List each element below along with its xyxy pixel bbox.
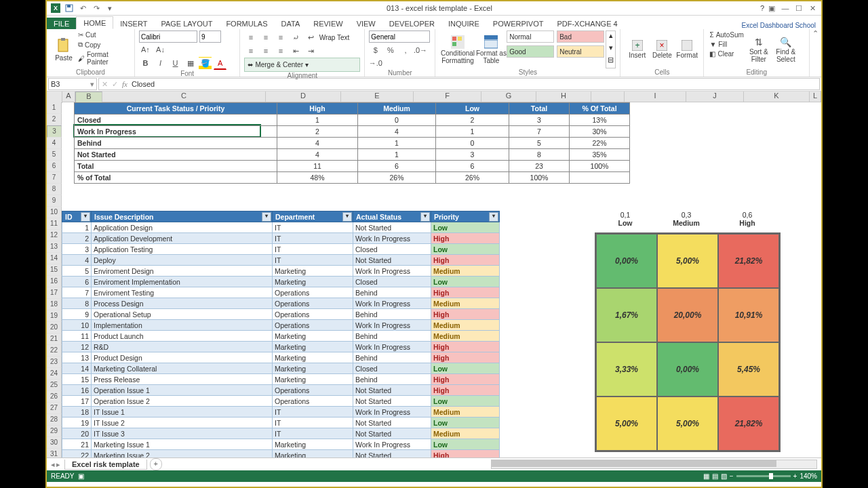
close-icon[interactable]: ✕	[806, 2, 818, 14]
collapse-ribbon-icon[interactable]: ⌃	[810, 29, 821, 38]
row-header-11[interactable]: 11	[47, 218, 62, 230]
filter-dropdown-icon[interactable]: ▾	[342, 212, 352, 222]
table-row[interactable]: 8Process DesignOperationsWork In Progres…	[62, 298, 500, 309]
worksheet-grid[interactable]: ABCDEFGHIJKL 123456789101112131415161718…	[47, 92, 821, 458]
style-normal[interactable]: Normal	[507, 30, 554, 43]
table-row[interactable]: 19IT Issue 2ITNot StartedLow	[62, 418, 500, 428]
row-header-7[interactable]: 7	[47, 172, 62, 184]
fx-icon[interactable]: fx	[122, 80, 127, 88]
tab-file[interactable]: FILE	[47, 18, 76, 29]
col-header-C[interactable]: C	[102, 92, 266, 102]
row-header-23[interactable]: 23	[47, 357, 62, 368]
align-left-icon[interactable]: ≡	[244, 45, 257, 58]
view-layout-icon[interactable]: ▤	[712, 472, 718, 480]
indent-dec-icon[interactable]: ⇤	[290, 45, 302, 58]
cancel-formula-icon[interactable]: ✕	[102, 80, 108, 89]
qat-customize-icon[interactable]: ▾	[104, 2, 116, 14]
filter-dropdown-icon[interactable]: ▾	[81, 212, 90, 222]
minimize-icon[interactable]: —	[779, 2, 791, 14]
maximize-icon[interactable]: ☐	[793, 2, 805, 14]
save-icon[interactable]	[63, 2, 75, 14]
dec-decimal-icon[interactable]: →.0	[369, 56, 382, 69]
macro-record-icon[interactable]: ▣	[78, 472, 84, 480]
tab-developer[interactable]: DEVELOPER	[382, 18, 441, 29]
table-row[interactable]: 1Application DesignITNot StartedLow	[62, 222, 500, 233]
select-all-corner[interactable]	[47, 92, 62, 103]
filter-dropdown-icon[interactable]: ▾	[489, 212, 498, 222]
underline-icon[interactable]: U	[169, 56, 182, 69]
align-bottom-icon[interactable]: ≡	[275, 30, 288, 43]
table-row[interactable]: 7Enviroment TestingOperationsBehindHigh	[62, 287, 500, 298]
autosum-button[interactable]: ΣAutoSum	[708, 30, 745, 39]
row-header-13[interactable]: 13	[47, 241, 62, 253]
row-header-18[interactable]: 18	[47, 299, 62, 310]
fill-button[interactable]: ▼Fill	[708, 40, 745, 49]
table-row[interactable]: 11Product LaunchMarketingBehindMedium	[62, 331, 500, 342]
row-header-6[interactable]: 6	[47, 161, 62, 172]
row-header-28[interactable]: 28	[47, 414, 62, 426]
decrease-font-icon[interactable]: A↓	[154, 43, 167, 56]
row-header-30[interactable]: 30	[47, 437, 62, 449]
redo-icon[interactable]: ↷	[90, 2, 102, 14]
table-row[interactable]: 2Application DevelopmentITWork In Progre…	[62, 233, 500, 244]
ribbon-options-icon[interactable]: ▣	[766, 2, 778, 14]
tab-inquire[interactable]: INQUIRE	[441, 18, 486, 29]
align-middle-icon[interactable]: ≡	[259, 30, 272, 43]
row-header-14[interactable]: 14	[47, 253, 62, 264]
col-header-L[interactable]: L	[810, 92, 821, 102]
name-box[interactable]: B3▾	[48, 78, 97, 90]
row-header-10[interactable]: 10	[47, 207, 62, 218]
cell-styles-gallery[interactable]: Normal Bad Good Neutral	[507, 30, 604, 68]
col-header-G[interactable]: G	[481, 92, 536, 102]
row-header-3[interactable]: 3	[47, 125, 62, 138]
tab-formulas[interactable]: FORMULAS	[219, 18, 274, 29]
undo-icon[interactable]: ↶	[77, 2, 89, 14]
row-header-26[interactable]: 26	[47, 391, 62, 403]
row-header-21[interactable]: 21	[47, 333, 62, 345]
delete-cells-button[interactable]: ×Delete	[650, 30, 675, 68]
row-header-5[interactable]: 5	[47, 149, 62, 161]
row-header-8[interactable]: 8	[47, 184, 62, 195]
col-header-D[interactable]: D	[266, 92, 341, 102]
inc-decimal-icon[interactable]: .0→	[414, 43, 427, 56]
row-header-16[interactable]: 16	[47, 276, 62, 287]
zoom-level[interactable]: 140%	[800, 472, 817, 480]
col-header-A[interactable]: A	[62, 92, 75, 102]
fill-color-icon[interactable]: 🪣	[199, 57, 212, 70]
row-header-27[interactable]: 27	[47, 403, 62, 414]
conditional-formatting-button[interactable]: Conditional Formatting	[439, 30, 475, 68]
col-header-blank[interactable]	[591, 92, 625, 102]
comma-icon[interactable]: ,	[399, 43, 412, 56]
accounting-icon[interactable]: $	[369, 43, 382, 56]
row-header-19[interactable]: 19	[47, 310, 62, 322]
sort-filter-button[interactable]: ⇅Sort & Filter	[745, 30, 772, 68]
tab-insert[interactable]: INSERT	[113, 18, 154, 29]
zoom-slider[interactable]	[736, 475, 791, 477]
tab-home[interactable]: HOME	[76, 16, 113, 29]
row-header-12[interactable]: 12	[47, 230, 62, 241]
gallery-more-icon[interactable]: ⊟	[606, 56, 615, 68]
table-row[interactable]: 3Application TestingITClosedLow	[62, 244, 500, 255]
tab-page-layout[interactable]: PAGE LAYOUT	[154, 18, 219, 29]
format-cells-button[interactable]: Format	[675, 30, 700, 68]
style-good[interactable]: Good	[507, 45, 554, 58]
tab-pdf-xchange-4[interactable]: PDF-XChange 4	[550, 18, 624, 29]
accept-formula-icon[interactable]: ✓	[112, 80, 118, 89]
col-header-E[interactable]: E	[341, 92, 414, 102]
row-header-9[interactable]: 9	[47, 195, 62, 207]
tab-view[interactable]: VIEW	[350, 18, 382, 29]
sheet-tab[interactable]: Excel risk template	[64, 460, 147, 470]
font-size-select[interactable]	[199, 30, 221, 43]
align-right-icon[interactable]: ≡	[275, 45, 288, 58]
style-bad[interactable]: Bad	[557, 30, 604, 43]
paste-button[interactable]: Paste	[51, 30, 77, 68]
col-header-J[interactable]: J	[686, 92, 744, 102]
horizontal-scrollbar[interactable]	[491, 460, 817, 469]
merge-center-button[interactable]: ⬌Merge & Center▾	[244, 58, 360, 72]
font-color-icon[interactable]: A	[214, 56, 226, 70]
copy-button[interactable]: ⧉Copy	[77, 40, 130, 49]
new-sheet-button[interactable]: +	[150, 458, 162, 470]
gallery-down-icon[interactable]: ▾	[606, 43, 615, 56]
table-row[interactable]: 15Press ReleaseMarketingBehindHigh	[62, 374, 500, 385]
row-header-31[interactable]: 31	[47, 449, 62, 458]
